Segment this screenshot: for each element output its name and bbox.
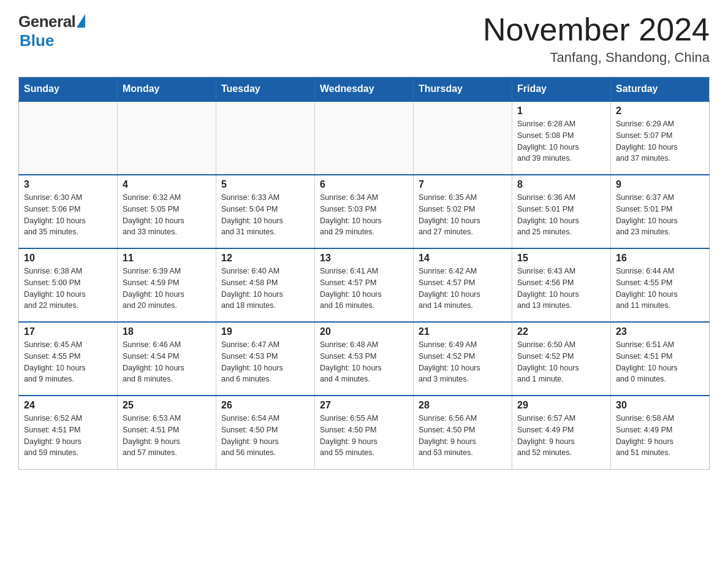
calendar-title-block: November 2024 Tanfang, Shandong, China — [483, 12, 710, 66]
day-number: 6 — [320, 179, 408, 190]
calendar-cell: 17Sunrise: 6:45 AMSunset: 4:55 PMDayligh… — [19, 322, 118, 396]
day-number: 28 — [419, 400, 507, 411]
day-number: 19 — [221, 326, 309, 337]
calendar-cell: 10Sunrise: 6:38 AMSunset: 5:00 PMDayligh… — [19, 248, 118, 322]
day-info: Sunrise: 6:48 AMSunset: 4:53 PMDaylight:… — [320, 339, 408, 385]
calendar-week-row: 10Sunrise: 6:38 AMSunset: 5:00 PMDayligh… — [19, 248, 710, 322]
calendar-cell: 27Sunrise: 6:55 AMSunset: 4:50 PMDayligh… — [315, 396, 414, 469]
day-info: Sunrise: 6:47 AMSunset: 4:53 PMDaylight:… — [221, 339, 309, 385]
calendar-cell — [19, 101, 118, 175]
calendar-week-row: 17Sunrise: 6:45 AMSunset: 4:55 PMDayligh… — [19, 322, 710, 396]
day-of-week-header: Wednesday — [315, 77, 414, 102]
day-number: 11 — [123, 253, 211, 264]
day-number: 14 — [419, 253, 507, 264]
day-info: Sunrise: 6:44 AMSunset: 4:55 PMDaylight:… — [616, 266, 704, 312]
calendar-cell: 4Sunrise: 6:32 AMSunset: 5:05 PMDaylight… — [118, 175, 216, 248]
calendar-table: SundayMondayTuesdayWednesdayThursdayFrid… — [18, 77, 710, 470]
day-number: 23 — [616, 326, 704, 337]
calendar-cell: 29Sunrise: 6:57 AMSunset: 4:49 PMDayligh… — [512, 396, 611, 469]
day-info: Sunrise: 6:50 AMSunset: 4:52 PMDaylight:… — [517, 339, 605, 385]
day-info: Sunrise: 6:40 AMSunset: 4:58 PMDaylight:… — [221, 266, 309, 312]
calendar-cell: 11Sunrise: 6:39 AMSunset: 4:59 PMDayligh… — [118, 248, 216, 322]
day-info: Sunrise: 6:58 AMSunset: 4:49 PMDaylight:… — [616, 413, 704, 459]
calendar-week-row: 24Sunrise: 6:52 AMSunset: 4:51 PMDayligh… — [19, 396, 710, 469]
day-number: 29 — [517, 400, 605, 411]
day-number: 16 — [616, 253, 704, 264]
day-of-week-header: Saturday — [611, 77, 710, 102]
page-header: General Blue November 2024 Tanfang, Shan… — [18, 12, 710, 66]
calendar-cell — [216, 101, 315, 175]
day-number: 20 — [320, 326, 408, 337]
calendar-cell: 12Sunrise: 6:40 AMSunset: 4:58 PMDayligh… — [216, 248, 315, 322]
day-number: 30 — [616, 400, 704, 411]
day-info: Sunrise: 6:32 AMSunset: 5:05 PMDaylight:… — [123, 192, 211, 238]
logo-triangle-icon — [77, 14, 85, 28]
calendar-cell: 14Sunrise: 6:42 AMSunset: 4:57 PMDayligh… — [414, 248, 512, 322]
day-info: Sunrise: 6:56 AMSunset: 4:50 PMDaylight:… — [419, 413, 507, 459]
calendar-cell — [315, 101, 414, 175]
day-number: 12 — [221, 253, 309, 264]
day-info: Sunrise: 6:30 AMSunset: 5:06 PMDaylight:… — [24, 192, 112, 238]
calendar-cell: 18Sunrise: 6:46 AMSunset: 4:54 PMDayligh… — [118, 322, 216, 396]
day-info: Sunrise: 6:45 AMSunset: 4:55 PMDaylight:… — [24, 339, 112, 385]
day-info: Sunrise: 6:52 AMSunset: 4:51 PMDaylight:… — [24, 413, 112, 459]
calendar-cell: 20Sunrise: 6:48 AMSunset: 4:53 PMDayligh… — [315, 322, 414, 396]
logo-general-text: General — [18, 12, 75, 31]
calendar-week-row: 1Sunrise: 6:28 AMSunset: 5:08 PMDaylight… — [19, 101, 710, 175]
day-number: 13 — [320, 253, 408, 264]
days-of-week-row: SundayMondayTuesdayWednesdayThursdayFrid… — [19, 77, 710, 102]
day-info: Sunrise: 6:49 AMSunset: 4:52 PMDaylight:… — [419, 339, 507, 385]
calendar-cell: 26Sunrise: 6:54 AMSunset: 4:50 PMDayligh… — [216, 396, 315, 469]
day-of-week-header: Friday — [512, 77, 611, 102]
day-info: Sunrise: 6:38 AMSunset: 5:00 PMDaylight:… — [24, 266, 112, 312]
calendar-cell — [414, 101, 512, 175]
calendar-cell: 24Sunrise: 6:52 AMSunset: 4:51 PMDayligh… — [19, 396, 118, 469]
day-info: Sunrise: 6:29 AMSunset: 5:07 PMDaylight:… — [616, 118, 704, 164]
day-info: Sunrise: 6:53 AMSunset: 4:51 PMDaylight:… — [123, 413, 211, 459]
day-info: Sunrise: 6:51 AMSunset: 4:51 PMDaylight:… — [616, 339, 704, 385]
calendar-subtitle: Tanfang, Shandong, China — [483, 50, 710, 66]
day-info: Sunrise: 6:34 AMSunset: 5:03 PMDaylight:… — [320, 192, 408, 238]
day-info: Sunrise: 6:36 AMSunset: 5:01 PMDaylight:… — [517, 192, 605, 238]
day-info: Sunrise: 6:43 AMSunset: 4:56 PMDaylight:… — [517, 266, 605, 312]
calendar-cell: 5Sunrise: 6:33 AMSunset: 5:04 PMDaylight… — [216, 175, 315, 248]
calendar-cell: 21Sunrise: 6:49 AMSunset: 4:52 PMDayligh… — [414, 322, 512, 396]
calendar-cell: 2Sunrise: 6:29 AMSunset: 5:07 PMDaylight… — [611, 101, 710, 175]
calendar-cell: 3Sunrise: 6:30 AMSunset: 5:06 PMDaylight… — [19, 175, 118, 248]
calendar-cell: 15Sunrise: 6:43 AMSunset: 4:56 PMDayligh… — [512, 248, 611, 322]
day-info: Sunrise: 6:37 AMSunset: 5:01 PMDaylight:… — [616, 192, 704, 238]
day-number: 18 — [123, 326, 211, 337]
calendar-cell: 22Sunrise: 6:50 AMSunset: 4:52 PMDayligh… — [512, 322, 611, 396]
calendar-cell: 23Sunrise: 6:51 AMSunset: 4:51 PMDayligh… — [611, 322, 710, 396]
day-info: Sunrise: 6:57 AMSunset: 4:49 PMDaylight:… — [517, 413, 605, 459]
day-of-week-header: Tuesday — [216, 77, 315, 102]
day-info: Sunrise: 6:35 AMSunset: 5:02 PMDaylight:… — [419, 192, 507, 238]
logo-blue-text: Blue — [20, 31, 54, 50]
calendar-cell: 13Sunrise: 6:41 AMSunset: 4:57 PMDayligh… — [315, 248, 414, 322]
day-number: 15 — [517, 253, 605, 264]
logo: General Blue — [18, 12, 85, 50]
calendar-cell: 16Sunrise: 6:44 AMSunset: 4:55 PMDayligh… — [611, 248, 710, 322]
day-number: 27 — [320, 400, 408, 411]
day-of-week-header: Thursday — [414, 77, 512, 102]
day-number: 9 — [616, 179, 704, 190]
day-info: Sunrise: 6:54 AMSunset: 4:50 PMDaylight:… — [221, 413, 309, 459]
day-info: Sunrise: 6:46 AMSunset: 4:54 PMDaylight:… — [123, 339, 211, 385]
calendar-week-row: 3Sunrise: 6:30 AMSunset: 5:06 PMDaylight… — [19, 175, 710, 248]
day-info: Sunrise: 6:39 AMSunset: 4:59 PMDaylight:… — [123, 266, 211, 312]
day-info: Sunrise: 6:28 AMSunset: 5:08 PMDaylight:… — [517, 118, 605, 164]
day-info: Sunrise: 6:33 AMSunset: 5:04 PMDaylight:… — [221, 192, 309, 238]
day-number: 2 — [616, 105, 704, 117]
day-number: 4 — [123, 179, 211, 190]
calendar-cell — [118, 101, 216, 175]
day-number: 5 — [221, 179, 309, 190]
day-number: 3 — [24, 179, 112, 190]
day-info: Sunrise: 6:55 AMSunset: 4:50 PMDaylight:… — [320, 413, 408, 459]
day-of-week-header: Sunday — [19, 77, 118, 102]
calendar-header: SundayMondayTuesdayWednesdayThursdayFrid… — [19, 77, 710, 102]
calendar-cell: 30Sunrise: 6:58 AMSunset: 4:49 PMDayligh… — [611, 396, 710, 469]
day-number: 22 — [517, 326, 605, 337]
calendar-cell: 6Sunrise: 6:34 AMSunset: 5:03 PMDaylight… — [315, 175, 414, 248]
day-of-week-header: Monday — [118, 77, 216, 102]
day-number: 26 — [221, 400, 309, 411]
